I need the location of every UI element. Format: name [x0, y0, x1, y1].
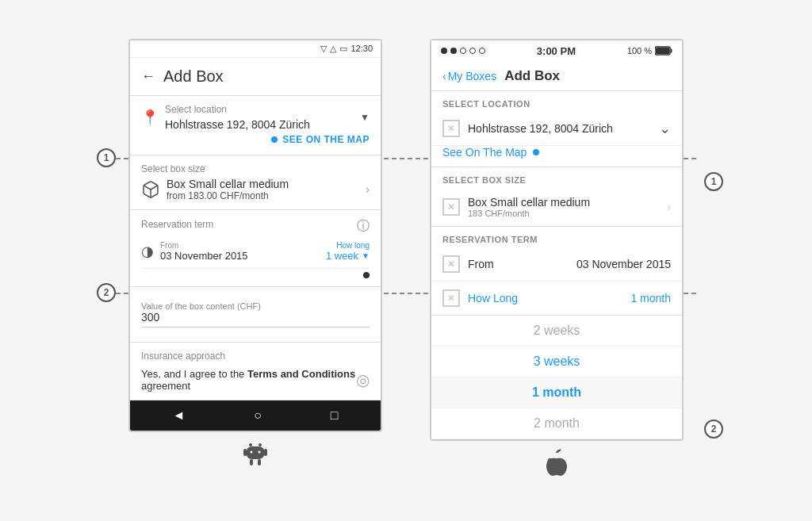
ios-location-heading: SELECT LOCATION — [431, 91, 682, 112]
location-placeholder-box: ✕ — [442, 120, 460, 137]
ios-location-value: Hohlstrasse 192, 8004 Zürich — [468, 122, 613, 135]
svg-rect-4 — [243, 449, 247, 456]
android-status-bar: ▽ △ ▭ 12:30 — [130, 40, 381, 58]
back-button[interactable]: ← — [141, 68, 155, 85]
ios-logo — [430, 449, 684, 483]
x-icon-3: ✕ — [447, 259, 455, 270]
annotation-1-right: 1 — [704, 172, 723, 191]
ios-box-size-row[interactable]: ✕ Box Small cellar medium 183 CHF/month … — [431, 188, 682, 226]
android-insurance-section: Insurance approach Yes, and I agree to t… — [130, 343, 381, 400]
android-nav-bar: ◄ ○ □ — [130, 400, 381, 431]
ios-from-date: 03 November 2015 — [576, 258, 671, 270]
ios-location-row[interactable]: ✕ Hohlstrasse 192, 8004 Zürich ⌄ — [431, 112, 682, 146]
see-map-button[interactable]: SEE ON THE MAP — [282, 134, 370, 145]
how-long-placeholder-box: ✕ — [442, 289, 460, 307]
from-section[interactable]: From 03 November 2015 — [160, 241, 320, 262]
svg-point-1 — [248, 442, 252, 446]
picker-option-0[interactable]: 2 weeks — [431, 316, 682, 347]
svg-point-2 — [258, 442, 262, 446]
svg-point-9 — [259, 450, 261, 453]
insurance-text: Yes, and I agree to the Terms and Condit… — [141, 368, 356, 392]
ios-picker-section: 2 weeks 3 weeks 1 month 2 month — [431, 316, 682, 439]
apple-icon — [545, 449, 569, 477]
x-icon-4: ✕ — [447, 293, 455, 304]
reservation-header: Reservation term ⓘ — [141, 218, 370, 235]
ios-header: ‹ My Boxes Add Box — [431, 62, 682, 91]
home-nav-button[interactable]: ○ — [254, 408, 262, 423]
picker-option-1[interactable]: 3 weeks — [431, 347, 682, 377]
ios-reservation-heading: RESERVATION TERM — [431, 227, 682, 247]
android-value-section: Value of the box content (CHF) 300 — [130, 287, 381, 343]
battery-icon — [655, 46, 672, 56]
box-icon — [141, 180, 160, 199]
picker-option-3[interactable]: 2 month — [431, 408, 682, 439]
signal-dot-1 — [441, 48, 447, 54]
ios-chevron-right-icon: › — [667, 201, 671, 213]
ios-box-name: Box Small cellar medium — [468, 196, 659, 209]
box-price: from 183.00 CHF/month — [167, 190, 359, 201]
svg-rect-7 — [258, 459, 261, 465]
signal-icon: ▽ — [320, 44, 327, 54]
info-icon[interactable]: ⓘ — [357, 218, 370, 235]
ios-screen: 3:00 PM 100 % ‹ My Boxes Add Box — [430, 39, 684, 441]
android-reservation-section: Reservation term ⓘ ◑ From 03 November 20… — [130, 210, 381, 287]
back-chevron-icon: ‹ — [442, 70, 446, 82]
signal-dots — [441, 48, 485, 54]
annotation-1-left: 1 — [97, 148, 116, 167]
ios-how-long-row[interactable]: ✕ How Long 1 month — [431, 282, 682, 315]
android-screen: ▽ △ ▭ 12:30 ← Add Box 📍 Select location … — [128, 39, 382, 432]
ios-how-long-label: How Long — [468, 292, 518, 305]
back-button-ios[interactable]: ‹ My Boxes — [442, 70, 496, 82]
signal-dot-2 — [450, 48, 457, 54]
x-icon: ✕ — [447, 123, 455, 134]
insurance-label: Insurance approach — [141, 351, 370, 362]
how-long-value: 1 week ▼ — [326, 250, 370, 262]
ios-status-time: 3:00 PM — [537, 45, 576, 57]
see-map-row[interactable]: SEE ON THE MAP — [141, 131, 370, 147]
android-title: Add Box — [163, 67, 224, 86]
ios-location-section: SELECT LOCATION ✕ Hohlstrasse 192, 8004 … — [431, 91, 682, 167]
clock-icon: ◑ — [141, 243, 154, 260]
ios-box-size-heading: SELECT BOX SIZE — [431, 167, 682, 188]
from-placeholder-box: ✕ — [442, 255, 460, 273]
status-time: 12:30 — [350, 44, 373, 53]
box-info: Box Small cellar medium from 183.00 CHF/… — [167, 178, 359, 201]
svg-point-8 — [251, 450, 253, 453]
how-long-section[interactable]: How long 1 week ▼ — [326, 241, 370, 262]
ios-title: Add Box — [504, 68, 560, 84]
how-long-dropdown-icon[interactable]: ▼ — [362, 251, 370, 260]
back-nav-button[interactable]: ◄ — [172, 408, 185, 423]
android-phone: ▽ △ ▭ 12:30 ← Add Box 📍 Select location … — [128, 39, 382, 474]
ios-status-bar: 3:00 PM 100 % — [431, 40, 682, 62]
android-location-section: 📍 Select location Hohlstrasse 192, 8004 … — [130, 96, 381, 155]
dropdown-arrow-icon[interactable]: ▼ — [360, 112, 370, 123]
battery-area: 100 % — [627, 46, 672, 56]
android-box-size-section: Select box size Box Small cellar medium … — [130, 155, 381, 210]
reservation-row: ◑ From 03 November 2015 How long 1 week … — [141, 235, 370, 269]
picker-option-2[interactable]: 1 month — [431, 377, 682, 408]
value-input[interactable]: 300 — [141, 311, 370, 328]
how-long-label: How long — [326, 241, 370, 250]
radio-button-icon[interactable]: ◎ — [356, 370, 370, 389]
battery-icon: ▭ — [339, 44, 347, 54]
ios-from-row[interactable]: ✕ From 03 November 2015 — [431, 247, 682, 282]
android-icon — [243, 440, 268, 469]
ios-from-label: From — [468, 258, 494, 270]
ios-box-content: Box Small cellar medium 183 CHF/month — [468, 196, 659, 218]
dot-indicator — [271, 136, 278, 143]
android-header: ← Add Box — [130, 58, 381, 96]
ios-phone: 3:00 PM 100 % ‹ My Boxes Add Box — [430, 39, 684, 483]
signal-dot-3 — [460, 48, 466, 54]
svg-rect-6 — [250, 459, 253, 465]
recent-nav-button[interactable]: □ — [331, 408, 339, 423]
ios-box-size-section: SELECT BOX SIZE ✕ Box Small cellar mediu… — [431, 167, 682, 227]
svg-rect-11 — [671, 49, 672, 53]
location-row[interactable]: 📍 Select location Hohlstrasse 192, 8004 … — [141, 104, 370, 131]
ios-how-long-value: 1 month — [630, 292, 671, 305]
box-size-row[interactable]: Box Small cellar medium from 183.00 CHF/… — [141, 178, 370, 201]
ios-dropdown-icon[interactable]: ⌄ — [659, 120, 671, 137]
dot-indicator-2 — [363, 272, 370, 278]
svg-rect-12 — [656, 48, 669, 54]
ios-see-map-button[interactable]: See On The Map — [442, 146, 527, 159]
annotation-2-left: 2 — [97, 283, 116, 302]
